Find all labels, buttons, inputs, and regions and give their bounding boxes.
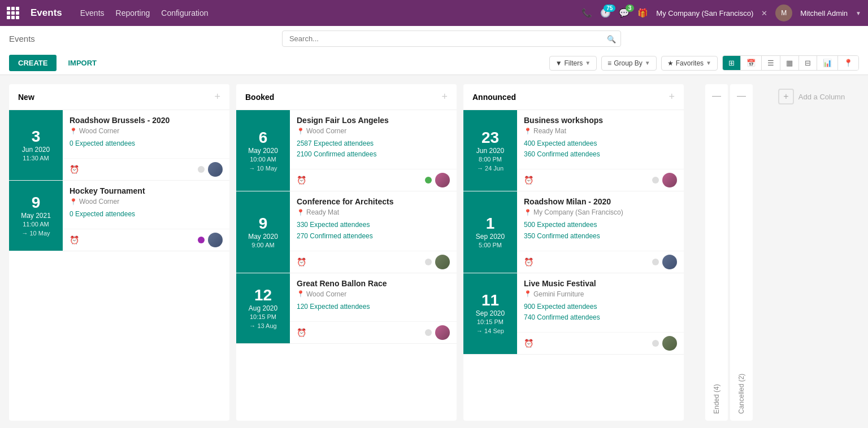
card-footer: ⏰ <box>517 169 684 191</box>
card-attendees: 2587 Expected attendees2100 Confirmed at… <box>297 138 450 160</box>
filter-icon: ▼ <box>555 59 562 67</box>
card-month: Aug 2020 <box>249 304 277 312</box>
nav-events[interactable]: Events <box>80 8 105 18</box>
collapsed-col-0[interactable]: — Ended (4) <box>705 84 728 421</box>
filters-button[interactable]: ▼ Filters ▼ <box>549 56 597 71</box>
card-time: 11:00 AM <box>23 221 49 228</box>
card-day: 1 <box>486 216 495 232</box>
avatar <box>662 173 677 187</box>
card-arrow: → 10 May <box>249 165 277 172</box>
company-selector[interactable]: My Company (San Francisco) <box>656 9 753 18</box>
attendee-line: 900 Expected attendees <box>524 302 677 312</box>
collapse-minus-icon[interactable]: — <box>712 91 721 101</box>
card-time: 5:00 PM <box>479 242 502 248</box>
status-dot[interactable] <box>425 259 432 265</box>
user-avatar[interactable]: M <box>775 5 792 21</box>
status-dot[interactable] <box>425 329 432 336</box>
col-add-booked[interactable]: + <box>441 91 448 103</box>
card-day: 12 <box>254 287 272 303</box>
attendee-line: 350 Confirmed attendees <box>524 231 677 242</box>
location-text: Wood Corner <box>79 127 119 135</box>
avatar <box>435 173 450 187</box>
collapsed-col-1[interactable]: — Cancelled (2) <box>730 84 753 421</box>
status-dot[interactable] <box>198 237 205 243</box>
avatar <box>435 255 450 269</box>
card-title: Live Music Festival <box>524 279 677 288</box>
col-title-booked: Booked <box>245 93 274 102</box>
collapse-minus-icon[interactable]: — <box>737 91 746 101</box>
favorites-button[interactable]: ★ Favorites ▼ <box>661 56 718 71</box>
card-body: Conference for Architects 📍 Ready Mat 33… <box>290 191 457 247</box>
pivot-view-btn[interactable]: ⊟ <box>799 56 817 70</box>
gift-icon[interactable]: 🎁 <box>637 8 648 18</box>
table-row[interactable]: 12 Aug 2020 10:15 PM → 13 Aug Great Reno… <box>236 273 457 344</box>
table-view-btn[interactable]: ▦ <box>780 56 799 70</box>
grid-icon[interactable] <box>7 7 19 19</box>
status-dot[interactable] <box>652 340 659 347</box>
nav-reporting[interactable]: Reporting <box>116 8 150 18</box>
table-row[interactable]: 9 May 2021 11:00 AM → 10 May Hockey Tour… <box>9 181 229 251</box>
chat-badge-icon[interactable]: 💬3 <box>619 8 630 18</box>
search-input[interactable] <box>283 31 620 46</box>
table-row[interactable]: 9 May 2020 9:00 AM Conference for Archit… <box>236 191 457 273</box>
chat-badge: 3 <box>626 5 635 12</box>
status-dot[interactable] <box>425 177 432 184</box>
clock-badge-icon[interactable]: 🕐75 <box>600 8 611 18</box>
card-month: Jun 2020 <box>22 146 50 154</box>
status-dot[interactable] <box>198 166 205 173</box>
card-content: Hockey Tournament 📍 Wood Corner 0 Expect… <box>63 181 229 251</box>
card-time: 10:15 PM <box>250 313 276 320</box>
card-day: 9 <box>32 195 41 211</box>
card-arrow: → 13 Aug <box>249 322 276 329</box>
nav-configuration[interactable]: Configuration <box>161 8 208 18</box>
attendee-line: 2587 Expected attendees <box>297 138 450 149</box>
add-column-button[interactable]: + Add a Column <box>771 84 852 109</box>
user-dropdown-icon[interactable]: ▼ <box>856 10 861 16</box>
card-body: Roadshow Brussels - 2020 📍 Wood Corner 0… <box>63 110 229 155</box>
user-name[interactable]: Mitchell Admin <box>800 9 848 18</box>
table-row[interactable]: 3 Jun 2020 11:30 AM Roadshow Brussels - … <box>9 110 229 181</box>
status-dot[interactable] <box>652 177 659 184</box>
add-column-area: + Add a Column <box>755 75 868 428</box>
attendee-line: 500 Expected attendees <box>524 220 677 230</box>
phone-icon[interactable]: 📞 <box>581 8 592 18</box>
groupby-button[interactable]: ≡ Group By ▼ <box>601 56 657 71</box>
table-row[interactable]: 1 Sep 2020 5:00 PM Roadshow Milan - 2020… <box>463 191 684 273</box>
card-title: Great Reno Ballon Race <box>297 279 450 288</box>
table-row[interactable]: 23 Jun 2020 8:00 PM → 24 Jun Business wo… <box>463 110 684 191</box>
table-row[interactable]: 11 Sep 2020 10:15 PM → 14 Sep Live Music… <box>463 273 684 355</box>
status-dot[interactable] <box>652 259 659 265</box>
card-day: 6 <box>259 130 268 146</box>
col-header-new: New+ <box>9 84 229 110</box>
col-add-new[interactable]: + <box>214 91 220 103</box>
view-toggle: ⊞ 📅 ☰ ▦ ⊟ 📊 📍 <box>722 55 859 71</box>
col-add-announced[interactable]: + <box>669 91 675 103</box>
favorites-caret: ▼ <box>706 60 711 66</box>
map-view-btn[interactable]: 📍 <box>838 56 858 70</box>
import-button[interactable]: IMPORT <box>61 55 103 71</box>
clock-icon: ⏰ <box>297 257 306 267</box>
kanban-view-btn[interactable]: ⊞ <box>723 56 741 70</box>
card-date-box: 12 Aug 2020 10:15 PM → 13 Aug <box>236 273 290 343</box>
card-location: 📍 Gemini Furniture <box>524 290 677 298</box>
card-footer-left: ⏰ <box>297 328 306 337</box>
card-title: Roadshow Brussels - 2020 <box>70 116 223 125</box>
chart-view-btn[interactable]: 📊 <box>817 56 838 70</box>
card-location: 📍 Wood Corner <box>297 290 450 298</box>
attendee-line: 360 Confirmed attendees <box>524 149 677 160</box>
calendar-view-btn[interactable]: 📅 <box>741 56 762 70</box>
card-body: Roadshow Milan - 2020 📍 My Company (San … <box>517 191 684 247</box>
create-button[interactable]: CREATE <box>9 55 57 71</box>
card-title: Business workshops <box>524 116 677 125</box>
card-footer-right <box>425 325 450 340</box>
kanban-board: New+ 3 Jun 2020 11:30 AM Roadshow Brusse… <box>0 75 868 428</box>
list-view-btn[interactable]: ☰ <box>762 56 780 70</box>
close-icon[interactable]: ✕ <box>761 9 767 18</box>
avatar <box>208 233 223 247</box>
attendee-line: 400 Expected attendees <box>524 138 677 149</box>
card-day: 9 <box>259 216 268 232</box>
clock-icon: ⏰ <box>524 339 533 348</box>
pin-icon: 📍 <box>70 128 77 135</box>
table-row[interactable]: 6 May 2020 10:00 AM → 10 May Design Fair… <box>236 110 457 191</box>
page-header: Events 🔍 CREATE IMPORT ▼ Filters ▼ ≡ Gro… <box>0 26 868 75</box>
